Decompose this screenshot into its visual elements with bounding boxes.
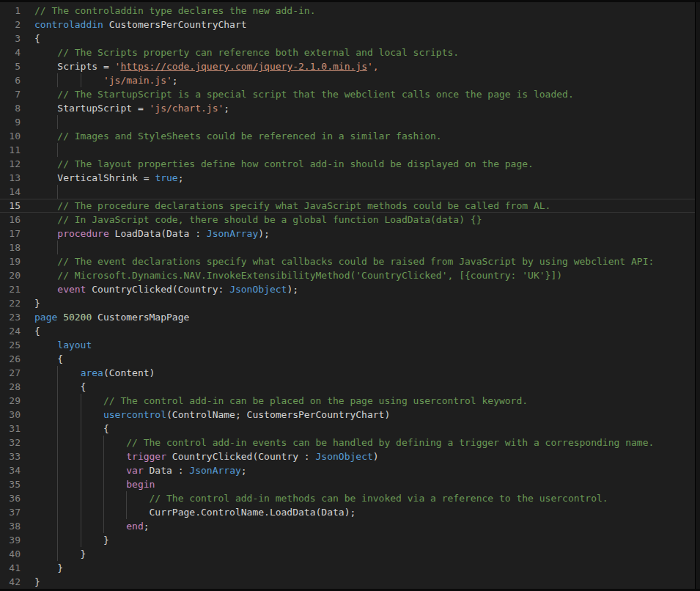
code-line[interactable]: 29 // The control add-in can be placed o… <box>0 394 695 408</box>
line-number[interactable]: 38 <box>0 519 34 533</box>
line-number[interactable]: 33 <box>0 449 34 463</box>
code-line[interactable]: 6 'js/main.js'; <box>0 73 695 87</box>
code-token: // The procedure declarations specify wh… <box>34 200 550 211</box>
code-text: trigger CountryClicked(Country : JsonObj… <box>34 449 695 463</box>
code-line[interactable]: 7 // The StartupScript is a special scri… <box>0 87 695 101</box>
line-number[interactable]: 39 <box>0 533 34 547</box>
code-line[interactable]: 23page 50200 CustomersMapPage <box>0 310 695 324</box>
code-line[interactable]: 26 { <box>0 352 695 366</box>
code-line[interactable]: 34 var Data : JsonArray; <box>0 463 695 477</box>
code-line[interactable]: 40 } <box>0 547 695 561</box>
code-line[interactable]: 20 // Microsoft.Dynamics.NAV.InvokeExten… <box>0 268 695 282</box>
code-line[interactable]: 39 } <box>0 533 695 547</box>
indent-guide <box>81 533 81 547</box>
line-number[interactable]: 29 <box>0 394 34 408</box>
code-line[interactable]: 10 // Images and StyleSheets could be re… <box>0 129 695 143</box>
indent-guide <box>103 519 104 533</box>
line-number[interactable]: 10 <box>0 129 34 143</box>
code-text: area(Content) <box>34 366 695 380</box>
code-line[interactable]: 2controladdin CustomersPerCountryChart <box>0 18 695 32</box>
line-number[interactable]: 3 <box>0 32 34 45</box>
code-line[interactable]: 36 // The control add-in methods can be … <box>0 491 695 505</box>
line-number[interactable]: 9 <box>0 115 34 129</box>
code-line[interactable]: 41 } <box>0 561 695 575</box>
indent-guide <box>57 394 58 408</box>
line-number[interactable]: 31 <box>0 422 34 436</box>
line-number[interactable]: 32 <box>0 436 34 449</box>
code-token <box>34 284 57 295</box>
line-number[interactable]: 42 <box>0 575 34 589</box>
line-number[interactable]: 12 <box>0 157 34 171</box>
line-number[interactable]: 23 <box>0 310 34 324</box>
code-token: { <box>34 326 40 337</box>
line-number[interactable]: 28 <box>0 380 34 394</box>
code-line[interactable]: 32 // The control add-in events can be h… <box>0 436 695 449</box>
code-line[interactable]: 9 <box>0 115 695 129</box>
code-line[interactable]: 15 // The procedure declarations specify… <box>0 199 695 213</box>
code-line[interactable]: 22} <box>0 296 695 310</box>
code-line[interactable]: 38 end; <box>0 519 695 533</box>
code-line[interactable]: 21 event CountryClicked(Country: JsonObj… <box>0 282 695 296</box>
code-line[interactable]: 14 <box>0 185 695 199</box>
line-number[interactable]: 34 <box>0 463 34 477</box>
code-line[interactable]: 17 procedure LoadData(Data : JsonArray); <box>0 227 695 241</box>
line-number[interactable]: 5 <box>0 59 34 73</box>
line-number[interactable]: 17 <box>0 227 34 241</box>
code-line[interactable]: 30 usercontrol(ControlName; CustomersPer… <box>0 408 695 422</box>
line-number[interactable]: 24 <box>0 324 34 338</box>
line-number[interactable]: 16 <box>0 213 34 227</box>
code-line[interactable]: 25 layout <box>0 338 695 352</box>
line-number[interactable]: 15 <box>0 199 34 213</box>
line-number[interactable]: 2 <box>0 18 34 32</box>
code-line[interactable]: 13 VerticalShrink = true; <box>0 171 695 185</box>
line-number[interactable]: 22 <box>0 296 34 310</box>
code-line[interactable]: 42} <box>0 575 695 589</box>
code-line[interactable]: 37 CurrPage.ControlName.LoadData(Data); <box>0 505 695 519</box>
code-line[interactable]: 8 StartupScript = 'js/chart.js'; <box>0 101 695 115</box>
code-line[interactable]: 16 // In JavaScript code, there should b… <box>0 213 695 227</box>
line-number[interactable]: 26 <box>0 352 34 366</box>
code-token: // The layout properties define how cont… <box>34 158 534 169</box>
line-number[interactable]: 25 <box>0 338 34 352</box>
code-line[interactable]: 35 begin <box>0 477 695 491</box>
code-token: JsonObject <box>316 451 373 462</box>
line-number[interactable]: 14 <box>0 185 34 199</box>
line-number[interactable]: 4 <box>0 45 34 59</box>
code-line[interactable]: 4 // The Scripts property can reference … <box>0 45 695 59</box>
line-number[interactable]: 27 <box>0 366 34 380</box>
line-number[interactable]: 41 <box>0 561 34 575</box>
code-line[interactable]: 1// The controladdin type declares the n… <box>0 4 695 18</box>
line-number[interactable]: 6 <box>0 73 34 87</box>
line-number[interactable]: 37 <box>0 505 34 519</box>
code-text: // The control add-in events can be hand… <box>34 436 695 449</box>
line-number[interactable]: 18 <box>0 241 34 254</box>
line-number[interactable]: 8 <box>0 101 34 115</box>
code-line[interactable]: 27 area(Content) <box>0 366 695 380</box>
code-line[interactable]: 33 trigger CountryClicked(Country : Json… <box>0 449 695 463</box>
code-line[interactable]: 31 { <box>0 422 695 436</box>
line-number[interactable]: 20 <box>0 268 34 282</box>
code-line[interactable]: 3{ <box>0 32 695 45</box>
code-line[interactable]: 18 <box>0 241 695 254</box>
code-token: { <box>34 423 109 434</box>
line-number[interactable]: 11 <box>0 143 34 157</box>
code-token: { <box>34 381 86 392</box>
scrollbar-track[interactable] <box>695 2 700 589</box>
line-number[interactable]: 36 <box>0 491 34 505</box>
line-number[interactable]: 7 <box>0 87 34 101</box>
code-line[interactable]: 19 // The event declarations specify wha… <box>0 254 695 268</box>
line-number[interactable]: 19 <box>0 254 34 268</box>
line-number[interactable]: 13 <box>0 171 34 185</box>
line-number[interactable]: 1 <box>0 4 34 18</box>
code-line[interactable]: 5 Scripts = 'https://code.jquery.com/jqu… <box>0 59 695 73</box>
code-line[interactable]: 12 // The layout properties define how c… <box>0 157 695 171</box>
line-number[interactable]: 21 <box>0 282 34 296</box>
code-line[interactable]: 28 { <box>0 380 695 394</box>
code-text: { <box>34 324 695 338</box>
code-line[interactable]: 11 <box>0 143 695 157</box>
line-number[interactable]: 35 <box>0 477 34 491</box>
code-editor[interactable]: 1// The controladdin type declares the n… <box>0 2 695 589</box>
line-number[interactable]: 30 <box>0 408 34 422</box>
line-number[interactable]: 40 <box>0 547 34 561</box>
code-line[interactable]: 24{ <box>0 324 695 338</box>
